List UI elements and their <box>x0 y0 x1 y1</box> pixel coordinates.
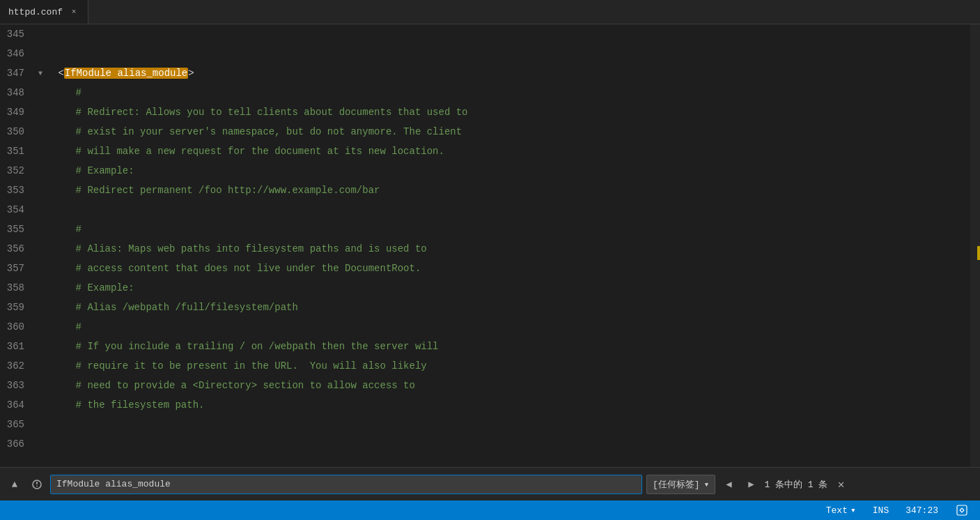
line-number: 363 <box>0 376 38 395</box>
line-number: 354 <box>0 200 38 220</box>
table-row: 349 # Redirect: Allows you to tell clien… <box>0 102 970 122</box>
line-number: 362 <box>0 356 38 376</box>
encoding-indicator[interactable]: INS <box>870 500 892 520</box>
line-content: # Alias /webpath /full/filesystem/path <box>49 298 970 317</box>
tag-selector-label: [任何标签] <box>653 478 700 491</box>
tab-close-button[interactable]: × <box>68 6 79 17</box>
table-row: 359 # Alias /webpath /full/filesystem/pa… <box>0 298 970 317</box>
table-row: 366 <box>0 434 970 454</box>
table-row: 350 # exist in your server's namespace, … <box>0 122 970 142</box>
fold-indicator <box>38 298 49 317</box>
chevron-down-icon: ▾ <box>704 479 710 490</box>
fold-indicator <box>38 259 49 278</box>
line-number: 355 <box>0 220 38 239</box>
line-content: # Redirect permanent /foo http://www.exa… <box>49 181 970 200</box>
sync-button[interactable] <box>952 500 972 520</box>
line-content <box>49 434 970 454</box>
line-number: 357 <box>0 259 38 278</box>
tag-selector[interactable]: [任何标签] ▾ <box>646 475 715 494</box>
line-content <box>49 415 970 434</box>
search-bar: ▲ [任何标签] ▾ ◀ ▶ 1 条中的 1 条 ✕ <box>0 467 980 500</box>
line-number: 353 <box>0 181 38 200</box>
match-count: 1 条中的 1 条 <box>764 478 827 491</box>
table-row: 363 # need to provide a <Directory> sect… <box>0 376 970 395</box>
fold-indicator[interactable]: ▼ <box>38 63 49 83</box>
line-number: 365 <box>0 415 38 434</box>
table-row: 347▼ <IfModule alias_module> <box>0 63 970 83</box>
line-content: # access content that does not live unde… <box>49 259 970 278</box>
fold-indicator <box>38 24 49 44</box>
line-number: 351 <box>0 142 38 161</box>
table-row: 345 <box>0 24 970 44</box>
line-number: 348 <box>0 83 38 102</box>
tab-label: httpd.conf <box>8 7 63 17</box>
table-row: 355 # <box>0 220 970 239</box>
line-number: 358 <box>0 278 38 298</box>
table-row: 346 <box>0 44 970 63</box>
line-number: 366 <box>0 434 38 454</box>
table-row: 348 # <box>0 83 970 102</box>
line-content: # Alias: Maps web paths into filesystem … <box>49 239 970 259</box>
table-row: 358 # Example: <box>0 278 970 298</box>
fold-indicator <box>38 44 49 63</box>
text-mode-label: Text <box>826 505 848 516</box>
fold-indicator <box>38 200 49 220</box>
table-row: 356 # Alias: Maps web paths into filesys… <box>0 239 970 259</box>
table-row: 364 # the filesystem path. <box>0 395 970 415</box>
cursor-position[interactable]: 347:23 <box>903 500 941 520</box>
fold-indicator <box>38 181 49 200</box>
table-row: 360 # <box>0 317 970 337</box>
fold-indicator <box>38 337 49 356</box>
collapse-search-button[interactable]: ▲ <box>6 475 24 494</box>
search-input[interactable] <box>50 475 642 494</box>
fold-indicator <box>38 239 49 259</box>
next-match-button[interactable]: ▶ <box>742 475 760 494</box>
table-row: 362 # require it to be present in the UR… <box>0 356 970 376</box>
line-number: 352 <box>0 161 38 181</box>
table-row: 365 <box>0 415 970 434</box>
table-row: 353 # Redirect permanent /foo http://www… <box>0 181 970 200</box>
line-content: # Redirect: Allows you to tell clients a… <box>49 102 970 122</box>
tab-httpd-conf[interactable]: httpd.conf × <box>0 0 88 24</box>
line-number: 364 <box>0 395 38 415</box>
code-lines: 345346347▼ <IfModule alias_module>348 #3… <box>0 24 970 454</box>
status-bar: Text ▾ INS 347:23 <box>0 500 980 520</box>
fold-indicator <box>38 434 49 454</box>
fold-indicator <box>38 356 49 376</box>
search-options-button[interactable] <box>28 475 46 494</box>
line-number: 345 <box>0 24 38 44</box>
svg-rect-3 <box>957 505 967 515</box>
fold-indicator <box>38 415 49 434</box>
table-row: 354 <box>0 200 970 220</box>
line-content: <IfModule alias_module> <box>49 63 970 83</box>
line-number: 346 <box>0 44 38 63</box>
line-content <box>49 200 970 220</box>
text-mode-selector[interactable]: Text ▾ <box>823 500 859 520</box>
minimap-marker <box>977 246 980 260</box>
close-search-button[interactable]: ✕ <box>832 475 850 494</box>
fold-indicator <box>38 395 49 415</box>
table-row: 352 # Example: <box>0 161 970 181</box>
fold-indicator <box>38 278 49 298</box>
line-content: # exist in your server's namespace, but … <box>49 122 970 142</box>
table-row: 357 # access content that does not live … <box>0 259 970 278</box>
fold-indicator <box>38 376 49 395</box>
line-content <box>49 44 970 63</box>
code-container[interactable]: 345346347▼ <IfModule alias_module>348 #3… <box>0 24 970 467</box>
tab-bar: httpd.conf × <box>0 0 980 24</box>
fold-indicator <box>38 220 49 239</box>
line-content: # require it to be present in the URL. Y… <box>49 356 970 376</box>
line-content: # Example: <box>49 278 970 298</box>
minimap <box>970 24 980 467</box>
fold-indicator <box>38 317 49 337</box>
fold-indicator <box>38 142 49 161</box>
line-content: # will make a new request for the docume… <box>49 142 970 161</box>
line-content: # Example: <box>49 161 970 181</box>
fold-indicator <box>38 122 49 142</box>
line-number: 360 <box>0 317 38 337</box>
line-number: 350 <box>0 122 38 142</box>
line-number: 347 <box>0 63 38 83</box>
line-content: # <box>49 317 970 337</box>
editor-area: 345346347▼ <IfModule alias_module>348 #3… <box>0 24 980 467</box>
prev-match-button[interactable]: ◀ <box>720 475 738 494</box>
